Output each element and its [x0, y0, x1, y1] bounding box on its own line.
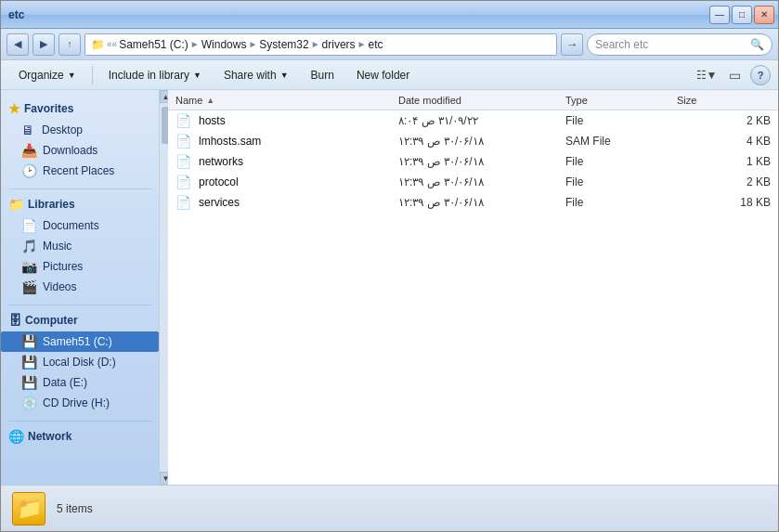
file-icon: 📄 — [175, 195, 191, 210]
back-button[interactable]: ◀ — [6, 33, 29, 56]
local-disk-d-label: Local Disk (D:) — [43, 356, 116, 369]
file-type: SAM File — [565, 135, 677, 148]
search-icon: 🔍 — [750, 38, 764, 51]
toolbar-right: ☷▼ ▭ ? — [695, 63, 771, 87]
file-type: File — [565, 114, 677, 127]
sidebar-item-downloads[interactable]: 📥 Downloads — [1, 140, 159, 161]
network-label: Network — [28, 430, 71, 443]
table-row[interactable]: 📄 networks ۳۰/۰۶/۱۸ ص ۱۲:۳۹ File 1 KB — [168, 151, 778, 172]
documents-icon: 📄 — [21, 218, 37, 233]
file-name: services — [199, 196, 240, 209]
sidebar-divider-1 — [8, 188, 151, 189]
sidebar-item-local-disk-d[interactable]: 💾 Local Disk (D:) — [1, 352, 159, 372]
file-icon: 📄 — [175, 134, 191, 149]
file-icon: 📄 — [175, 113, 191, 128]
col-header-name[interactable]: Name ▲ — [175, 95, 398, 106]
include-library-label: Include in library — [109, 69, 189, 82]
computer-label: Computer — [25, 314, 78, 327]
file-icon: 📄 — [175, 154, 191, 169]
sidebar-item-pictures[interactable]: 📷 Pictures — [1, 256, 159, 277]
maximize-button[interactable]: □ — [732, 6, 752, 24]
sidebar-item-videos[interactable]: 🎬 Videos — [1, 277, 159, 297]
cd-drive-label: CD Drive (H:) — [43, 396, 110, 409]
sidebar-item-sameh51[interactable]: 💾 Sameh51 (C:) — [1, 331, 159, 352]
file-size: 2 KB — [677, 175, 771, 188]
path-part-0: Sameh51 (C:) — [119, 38, 188, 51]
sidebar-item-data-e[interactable]: 💾 Data (E:) — [1, 372, 159, 393]
forward-button[interactable]: ▶ — [32, 33, 55, 56]
organize-label: Organize — [19, 69, 64, 82]
up-button[interactable]: ↑ — [58, 33, 81, 56]
search-placeholder: Search etc — [595, 38, 648, 51]
sameh51-icon: 💾 — [21, 334, 37, 349]
include-arrow-icon: ▼ — [193, 71, 201, 80]
share-with-button[interactable]: Share with ▼ — [214, 63, 299, 87]
file-list-header: Name ▲ Date modified Type Size — [168, 90, 778, 110]
new-folder-label: New folder — [357, 69, 409, 82]
col-header-type[interactable]: Type — [565, 95, 677, 106]
organize-button[interactable]: Organize ▼ — [8, 63, 86, 87]
pictures-icon: 📷 — [21, 259, 37, 274]
path-arrow-1: ► — [190, 39, 200, 49]
sidebar-container: ★ Favorites 🖥 Desktop 📥 Downloads 🕑 Rece… — [1, 90, 168, 485]
file-type: File — [565, 155, 677, 168]
col-size-text: Size — [677, 95, 696, 106]
documents-label: Documents — [43, 219, 99, 232]
downloads-icon: 📥 — [21, 143, 37, 158]
sidebar-section-libraries: 📁 Libraries 📄 Documents 🎵 Music 📷 Pictur… — [1, 193, 159, 297]
favorites-label: Favorites — [24, 102, 73, 115]
window-controls: — □ ✕ — [709, 6, 774, 24]
sidebar-item-documents[interactable]: 📄 Documents — [1, 215, 159, 236]
recent-icon: 🕑 — [21, 163, 37, 178]
path-part-3: drivers — [322, 38, 356, 51]
toolbar: Organize ▼ Include in library ▼ Share wi… — [1, 60, 778, 90]
table-row[interactable]: 📄 services ۳۰/۰۶/۱۸ ص ۱۲:۳۹ File 18 KB — [168, 192, 778, 213]
go-button[interactable]: → — [561, 33, 583, 56]
file-type: File — [565, 196, 677, 209]
path-icon: 📁 — [91, 38, 105, 51]
col-date-text: Date modified — [398, 95, 461, 106]
file-type: File — [565, 175, 677, 188]
file-name: lmhosts.sam — [199, 135, 261, 148]
address-path[interactable]: 📁 «« Sameh51 (C:) ► Windows ► System32 ►… — [84, 33, 557, 56]
view-options-button[interactable]: ☷▼ — [695, 63, 719, 87]
file-date: ۳۰/۰۶/۱۸ ص ۱۲:۳۹ — [398, 135, 565, 148]
table-row[interactable]: 📄 protocol ۳۰/۰۶/۱۸ ص ۱۲:۳۹ File 2 KB — [168, 172, 778, 192]
file-size: 2 KB — [677, 114, 771, 127]
sidebar-favorites-header[interactable]: ★ Favorites — [1, 97, 159, 120]
sidebar-item-cd-drive[interactable]: 💿 CD Drive (H:) — [1, 393, 159, 413]
sidebar-item-desktop[interactable]: 🖥 Desktop — [1, 120, 159, 140]
include-library-button[interactable]: Include in library ▼ — [98, 63, 212, 87]
col-header-date[interactable]: Date modified — [398, 95, 565, 106]
file-date: ۳۰/۰۶/۱۸ ص ۱۲:۳۹ — [398, 155, 565, 168]
col-header-size[interactable]: Size — [677, 95, 771, 106]
preview-pane-button[interactable]: ▭ — [722, 63, 747, 87]
sidebar-divider-2 — [8, 305, 151, 305]
path-part-2: System32 — [259, 38, 308, 51]
minimize-button[interactable]: — — [709, 6, 730, 24]
close-button[interactable]: ✕ — [754, 6, 774, 24]
file-size: 18 KB — [677, 196, 771, 209]
table-row[interactable]: 📄 hosts ۳۱/۰۹/۲۲ ص ۸:۰۴ File 2 KB — [168, 110, 778, 131]
libraries-folder-icon: 📁 — [8, 197, 24, 212]
sidebar-computer-header[interactable]: 🗄 Computer — [1, 309, 159, 331]
sidebar-network-header[interactable]: 🌐 Network — [1, 425, 159, 448]
videos-label: Videos — [43, 280, 76, 293]
help-button[interactable]: ? — [750, 65, 771, 85]
sidebar-libraries-header[interactable]: 📁 Libraries — [1, 193, 159, 215]
search-box[interactable]: Search etc 🔍 — [587, 33, 773, 56]
sidebar-item-recent-places[interactable]: 🕑 Recent Places — [1, 161, 159, 181]
col-name-text: Name — [175, 95, 202, 106]
sidebar-item-music[interactable]: 🎵 Music — [1, 236, 159, 256]
file-name: hosts — [199, 114, 226, 127]
music-icon: 🎵 — [21, 239, 37, 253]
toolbar-separator-1 — [92, 66, 93, 84]
star-icon: ★ — [8, 101, 20, 116]
sidebar-section-computer: 🗄 Computer 💾 Sameh51 (C:) 💾 Local Disk (… — [1, 309, 159, 413]
data-e-icon: 💾 — [21, 375, 37, 390]
path-part-4: etc — [369, 38, 383, 51]
burn-button[interactable]: Burn — [301, 63, 344, 87]
table-row[interactable]: 📄 lmhosts.sam ۳۰/۰۶/۱۸ ص ۱۲:۳۹ SAM File … — [168, 131, 778, 151]
window-title: etc — [8, 8, 24, 21]
new-folder-button[interactable]: New folder — [346, 63, 420, 87]
